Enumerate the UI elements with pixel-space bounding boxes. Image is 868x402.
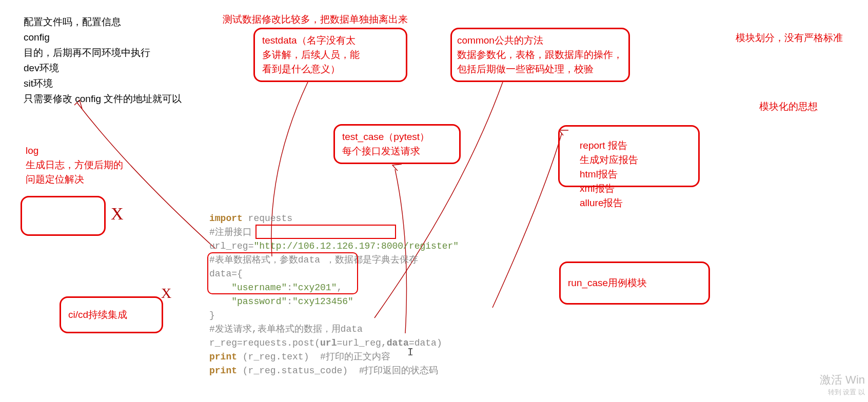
- box-testcase: test_case（pytest） 每个接口发送请求: [333, 124, 461, 164]
- code-mod-requests: requests: [243, 213, 292, 224]
- note-testdata-top: 测试数据修改比较多，把数据单独抽离出来: [223, 12, 408, 27]
- notes-config: 配置文件吗，配置信息 config 目的，后期再不同环境中执行 dev环境 si…: [24, 14, 182, 107]
- box-empty-log: [21, 196, 106, 236]
- code-id-urlreg: url_reg: [209, 241, 248, 251]
- note-module-division: 模块划分，没有严格标准: [736, 31, 843, 45]
- box-cicd: ci/cd持续集成: [60, 296, 163, 333]
- watermark-settings: 转到 设置 以: [828, 388, 865, 397]
- code-comment-register: #注册接口: [209, 227, 252, 237]
- highlight-url-box: [255, 225, 396, 239]
- box-common: common公共的方法 数据参数化，表格，跟数据库的操作， 包括后期做一些密码处…: [450, 28, 630, 82]
- box-testdata: testdata（名字没有太 多讲解，后续人员，能 看到是什么意义）: [253, 28, 407, 82]
- code-kw-import: import: [209, 213, 243, 224]
- code-comment-send: #发送请求,表单格式的数据，用data: [209, 324, 363, 334]
- watermark-activate: 激活 Win: [820, 372, 865, 388]
- box-runcase: run_case用例模块: [559, 262, 710, 305]
- highlight-data-box: [207, 252, 358, 294]
- mark-x-2: X: [161, 285, 171, 302]
- mark-x-1: X: [111, 204, 124, 224]
- text-cursor-icon: I: [407, 346, 413, 358]
- box-report-text: report 报告 生成对应报告 html报告 xml报告 allure报告: [580, 138, 638, 210]
- note-modular-thinking: 模块化的思想: [759, 99, 818, 114]
- note-log: log 生成日志，方便后期的 问题定位解决: [26, 144, 123, 187]
- code-url-literal: http://106.12.126.197:8000: [259, 241, 403, 251]
